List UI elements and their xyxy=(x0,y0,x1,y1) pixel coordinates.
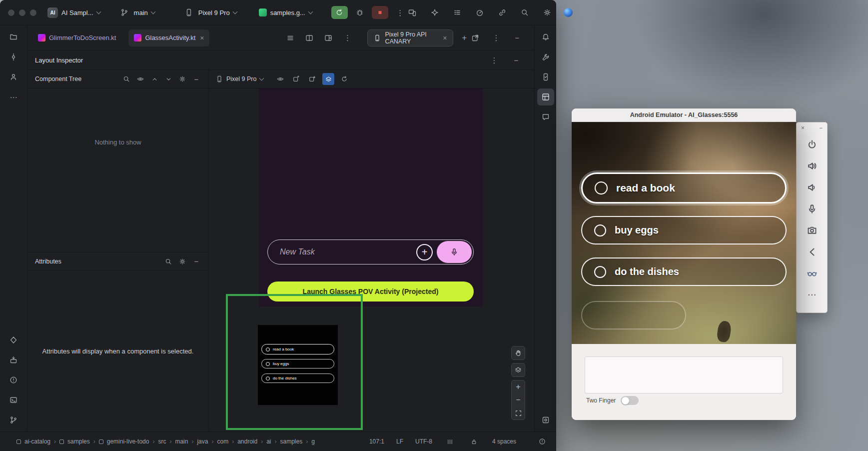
minimize-window-button[interactable] xyxy=(19,10,25,16)
indent-setting[interactable]: 4 spaces xyxy=(492,438,516,445)
glasses-button[interactable] xyxy=(797,262,827,284)
breadcrumb-item[interactable]: src xyxy=(158,438,166,445)
editor-more-icon[interactable]: ⋮ xyxy=(341,32,353,44)
profile-icon[interactable] xyxy=(564,8,573,17)
lock-icon[interactable] xyxy=(468,436,480,448)
touch-pad-area[interactable] xyxy=(585,356,783,394)
rerun-button[interactable] xyxy=(331,6,348,19)
stop-button[interactable]: ■ xyxy=(372,6,388,19)
settings-icon[interactable] xyxy=(541,6,553,18)
zoom-out-button[interactable]: − xyxy=(512,394,525,406)
close-device-tab-icon[interactable]: × xyxy=(443,34,447,42)
checkbox-circle-icon[interactable] xyxy=(595,182,608,194)
breadcrumb-item[interactable]: main xyxy=(175,438,188,445)
tree-settings-icon[interactable] xyxy=(176,73,188,85)
inspector-options-icon[interactable]: ⋮ xyxy=(488,54,500,66)
search-icon[interactable] xyxy=(120,73,132,85)
breadcrumb-item[interactable]: gemini-live-todo xyxy=(107,438,149,445)
mirrored-app-screen[interactable]: New Task + Launch Glasses POV Activity (… xyxy=(259,88,483,306)
back-button[interactable] xyxy=(797,241,827,262)
zoom-window-button[interactable] xyxy=(30,10,36,16)
inspections-widget-icon[interactable] xyxy=(536,436,548,448)
breadcrumb-item[interactable]: ai xyxy=(266,438,271,445)
checkbox-circle-icon[interactable] xyxy=(594,266,606,278)
cursor-position[interactable]: 107:1 xyxy=(369,438,384,445)
link-icon[interactable] xyxy=(496,6,508,18)
search-icon[interactable] xyxy=(162,256,174,268)
search-icon[interactable] xyxy=(519,6,531,18)
more-controls-icon[interactable]: ⋯ xyxy=(797,284,827,306)
breadcrumb-item[interactable]: java xyxy=(197,438,208,445)
build-tool-icon[interactable] xyxy=(537,48,554,66)
column-selection-icon[interactable] xyxy=(444,436,456,448)
tab-glimmer-todo-screen[interactable]: GlimmerToDoScreen.kt xyxy=(32,30,121,46)
preview-device-selector[interactable]: Pixel 9 Pro xyxy=(216,76,263,82)
export-snapshot-icon[interactable] xyxy=(306,73,318,85)
more-tool-windows-icon[interactable]: ⋯ xyxy=(5,88,22,106)
add-device-tab-icon[interactable]: + xyxy=(459,32,469,44)
close-tab-icon[interactable]: × xyxy=(200,34,204,42)
split-editor-icon[interactable] xyxy=(303,32,315,44)
view-options-icon[interactable] xyxy=(274,73,286,85)
open-in-window-icon[interactable] xyxy=(469,32,481,44)
preview-layout-icon[interactable] xyxy=(322,32,334,44)
take-snapshot-icon[interactable] xyxy=(290,73,302,85)
breadcrumb-item[interactable]: g xyxy=(311,438,315,445)
run-config-selector[interactable]: samples.g... xyxy=(259,8,312,16)
project-tool-icon[interactable] xyxy=(5,28,22,46)
breadcrumb-item[interactable]: ai-catalog xyxy=(24,438,50,445)
live-updates-toggle-icon[interactable] xyxy=(322,73,334,85)
volume-up-button[interactable] xyxy=(797,155,827,176)
device-manager-icon[interactable] xyxy=(537,68,554,86)
two-finger-toggle[interactable] xyxy=(621,396,639,405)
add-task-button[interactable]: + xyxy=(416,244,433,260)
debug-button[interactable] xyxy=(354,6,366,18)
breadcrumb-item[interactable]: samples xyxy=(280,438,303,445)
breadcrumb-item[interactable]: com xyxy=(217,438,228,445)
structure-tool-icon[interactable] xyxy=(5,68,22,86)
terminal-tool-icon[interactable] xyxy=(5,392,22,408)
more-run-options-icon[interactable]: ⋮ xyxy=(394,6,406,18)
emulator-screen[interactable]: read a book buy eggs do the dishes xyxy=(572,122,796,344)
zoom-in-button[interactable]: + xyxy=(512,380,525,394)
power-button[interactable] xyxy=(797,134,827,155)
volume-down-button[interactable] xyxy=(797,176,827,198)
checkbox-circle-icon[interactable] xyxy=(594,224,606,236)
zoom-to-fit-button[interactable] xyxy=(512,406,525,420)
expand-all-icon[interactable] xyxy=(148,73,160,85)
preview-canvas[interactable]: New Task + Launch Glasses POV Activity (… xyxy=(209,88,534,432)
camera-button[interactable] xyxy=(797,220,827,241)
version-control-tool-icon[interactable] xyxy=(5,412,22,428)
file-encoding[interactable]: UTF-8 xyxy=(415,438,432,445)
notifications-icon[interactable] xyxy=(537,28,554,46)
panel-options-icon[interactable]: ⋮ xyxy=(490,32,502,44)
todo-item-do-the-dishes[interactable]: do the dishes xyxy=(581,258,787,286)
layer-mode-icon[interactable] xyxy=(511,363,525,377)
breadcrumb-item[interactable]: samples xyxy=(67,438,90,445)
toolbar-minimize-icon[interactable]: − xyxy=(819,124,823,132)
inspector-hide-icon[interactable]: − xyxy=(510,54,522,66)
problems-tool-icon[interactable] xyxy=(5,372,22,388)
layout-inspector-tool-icon[interactable] xyxy=(537,88,554,106)
todo-item-buy-eggs[interactable]: buy eggs xyxy=(581,216,787,244)
voice-input-button[interactable] xyxy=(437,241,472,263)
profiler-icon[interactable] xyxy=(474,6,486,18)
hide-tree-icon[interactable]: − xyxy=(190,73,202,85)
microphone-button[interactable] xyxy=(797,198,827,220)
close-window-button[interactable] xyxy=(8,10,14,16)
tab-glasses-activity[interactable]: GlassesActivity.kt × xyxy=(128,30,209,46)
todo-list-icon[interactable] xyxy=(451,6,463,18)
services-tool-icon[interactable] xyxy=(5,352,22,368)
line-separator[interactable]: LF xyxy=(396,438,403,445)
running-devices-tool-icon[interactable] xyxy=(537,412,554,428)
dependencies-tool-icon[interactable] xyxy=(5,332,22,348)
hide-panel-icon[interactable]: − xyxy=(511,32,523,44)
mirror-device-icon[interactable] xyxy=(406,6,418,18)
running-device-tab[interactable]: Pixel 9 Pro API CANARY × xyxy=(367,30,453,46)
breadcrumb-item[interactable]: android xyxy=(237,438,257,445)
project-selector[interactable]: AI AI Sampl... xyxy=(47,8,100,18)
toolbar-close-icon[interactable]: × xyxy=(801,124,805,132)
editor-list-icon[interactable] xyxy=(284,32,296,44)
gemini-icon[interactable] xyxy=(429,6,441,18)
refresh-icon[interactable] xyxy=(338,73,350,85)
